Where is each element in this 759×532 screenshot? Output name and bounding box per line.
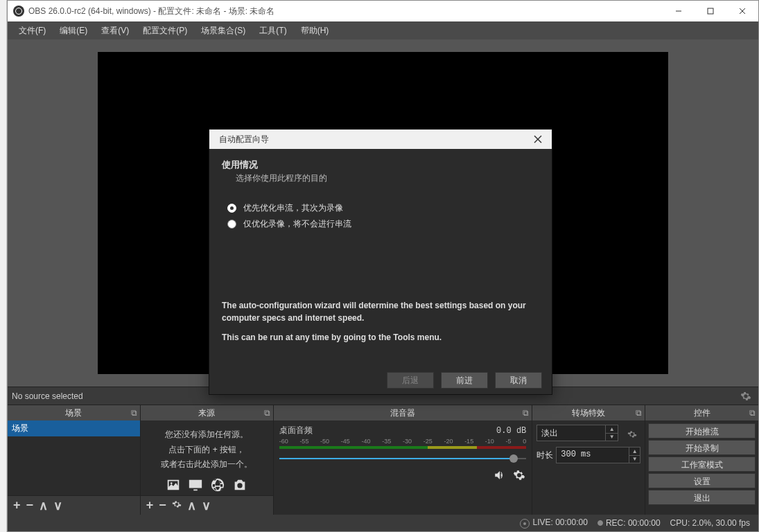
dock-transitions: 转场特效⧉ 淡出 ▲▼ 时长 300 ms ▲▼ (532, 405, 645, 515)
minimize-button[interactable] (663, 1, 695, 21)
source-up-button[interactable]: ∧ (187, 498, 196, 513)
mixer-volume-slider[interactable] (279, 453, 527, 464)
source-properties-button[interactable] (172, 498, 182, 513)
docks: 场景⧉ 场景 + − ∧ ∨ 来源⧉ 您还没有添加任何源。 点击下面的 + 按钮… (8, 405, 758, 515)
exit-button[interactable]: 退出 (648, 490, 756, 505)
duration-spinbox[interactable]: 300 ms ▲▼ (556, 447, 640, 463)
popout-icon[interactable]: ⧉ (523, 408, 529, 418)
scene-add-button[interactable]: + (13, 498, 21, 513)
wizard-subheading: 选择你使用此程序的目的 (236, 172, 539, 184)
dock-scenes: 场景⧉ 场景 + − ∧ ∨ (8, 405, 141, 515)
wizard-titlebar: 自动配置向导 (209, 130, 552, 149)
studio-mode-button[interactable]: 工作室模式 (648, 456, 756, 472)
wizard-description: The auto-configuration wizard will deter… (222, 299, 539, 344)
popout-icon[interactable]: ⧉ (636, 408, 642, 418)
dock-mixer-title: 混音器 (390, 407, 415, 419)
dock-controls: 控件⧉ 开始推流 开始录制 工作室模式 设置 退出 (645, 405, 758, 515)
no-source-text: No source selected (12, 391, 83, 401)
mixer-meter (279, 446, 527, 449)
display-source-icon (186, 477, 205, 493)
dock-sources-title: 来源 (198, 407, 215, 419)
speaker-icon[interactable] (493, 468, 507, 482)
image-source-icon (164, 477, 183, 493)
start-recording-button[interactable]: 开始录制 (648, 440, 756, 455)
dock-sources: 来源⧉ 您还没有添加任何源。 点击下面的 + 按钮， 或者右击此处添加一个。 +… (141, 405, 274, 515)
source-down-button[interactable]: ∨ (202, 498, 211, 513)
radio-selected-icon (227, 204, 236, 213)
wizard-option-streaming[interactable]: 优先优化串流，其次为录像 (227, 202, 539, 214)
start-streaming-button[interactable]: 开始推流 (648, 423, 756, 438)
scene-item-selected[interactable]: 场景 (8, 420, 140, 436)
auto-config-wizard-dialog: 自动配置向导 使用情况 选择你使用此程序的目的 优先优化串流，其次为录像 仅优化… (209, 129, 552, 395)
menu-view[interactable]: 查看(V) (96, 22, 134, 39)
wizard-close-button[interactable] (524, 130, 552, 149)
popout-icon[interactable]: ⧉ (264, 408, 270, 418)
scene-remove-button[interactable]: − (26, 498, 34, 513)
mixer-channel-label: 桌面音频 (279, 425, 313, 436)
menu-tools[interactable]: 工具(T) (254, 22, 292, 39)
menu-scene-collection[interactable]: 场景集合(S) (195, 22, 251, 39)
transition-combo[interactable]: 淡出 ▲▼ (536, 425, 618, 441)
mixer-channel-desktop: 桌面音频 0.0 dB -60-55-50-45-40-35-30-25-20-… (274, 420, 532, 486)
titlebar: OBS 26.0.0-rc2 (64-bit, windows) - 配置文件:… (8, 1, 758, 21)
globe-source-icon (208, 477, 227, 493)
wizard-heading: 使用情况 (222, 159, 539, 171)
mixer-db-readout: 0.0 dB (496, 426, 526, 436)
menubar: 文件(F) 编辑(E) 查看(V) 配置文件(P) 场景集合(S) 工具(T) … (8, 21, 758, 39)
dock-scenes-title: 场景 (65, 407, 82, 419)
sources-toolbar: + − ∧ ∨ (141, 495, 273, 515)
settings-button[interactable]: 设置 (648, 473, 756, 488)
sources-empty-hint: 您还没有添加任何源。 点击下面的 + 按钮， 或者右击此处添加一个。 (141, 420, 273, 493)
obs-logo-icon (13, 6, 24, 17)
transition-settings-gear-icon[interactable] (624, 426, 640, 443)
dock-transitions-title: 转场特效 (572, 407, 605, 419)
cpu-indicator: CPU: 2.0%, 30.00 fps (670, 518, 750, 528)
source-properties-gear-icon[interactable] (738, 389, 754, 404)
rec-indicator: REC: 00:00:00 (597, 518, 661, 528)
menu-file[interactable]: 文件(F) (13, 22, 51, 39)
dock-controls-title: 控件 (694, 407, 710, 419)
wizard-next-button[interactable]: 前进 (441, 372, 488, 389)
maximize-button[interactable] (695, 1, 726, 21)
mixer-scale: -60-55-50-45-40-35-30-25-20-15-10-50 (279, 438, 527, 445)
wizard-back-button[interactable]: 后退 (387, 372, 434, 389)
svg-rect-1 (708, 8, 713, 14)
source-remove-button[interactable]: − (159, 498, 166, 513)
duration-label: 时长 (536, 450, 553, 461)
wizard-option-recording[interactable]: 仅优化录像，将不会进行串流 (227, 218, 539, 230)
menu-help[interactable]: 帮助(H) (295, 22, 335, 39)
close-button[interactable] (726, 1, 758, 21)
statusbar: LIVE: 00:00:00 REC: 00:00:00 CPU: 2.0%, … (8, 515, 758, 531)
window-title: OBS 26.0.0-rc2 (64-bit, windows) - 配置文件:… (28, 6, 663, 17)
wizard-cancel-button[interactable]: 取消 (495, 372, 542, 389)
camera-source-icon (230, 477, 250, 493)
scene-up-button[interactable]: ∧ (39, 498, 48, 513)
menu-profile[interactable]: 配置文件(P) (137, 22, 193, 39)
source-add-button[interactable]: + (146, 498, 154, 513)
wizard-title: 自动配置向导 (219, 134, 524, 145)
popout-icon[interactable]: ⧉ (131, 408, 137, 418)
mixer-settings-gear-icon[interactable] (512, 468, 526, 482)
live-indicator: LIVE: 00:00:00 (520, 517, 587, 529)
popout-icon[interactable]: ⧉ (749, 408, 756, 418)
menu-edit[interactable]: 编辑(E) (54, 22, 93, 39)
dock-mixer: 混音器⧉ 桌面音频 0.0 dB -60-55-50-45-40-35-30-2… (274, 405, 533, 515)
scene-down-button[interactable]: ∨ (53, 498, 62, 513)
radio-unselected-icon (227, 220, 236, 229)
scenes-toolbar: + − ∧ ∨ (8, 495, 140, 515)
